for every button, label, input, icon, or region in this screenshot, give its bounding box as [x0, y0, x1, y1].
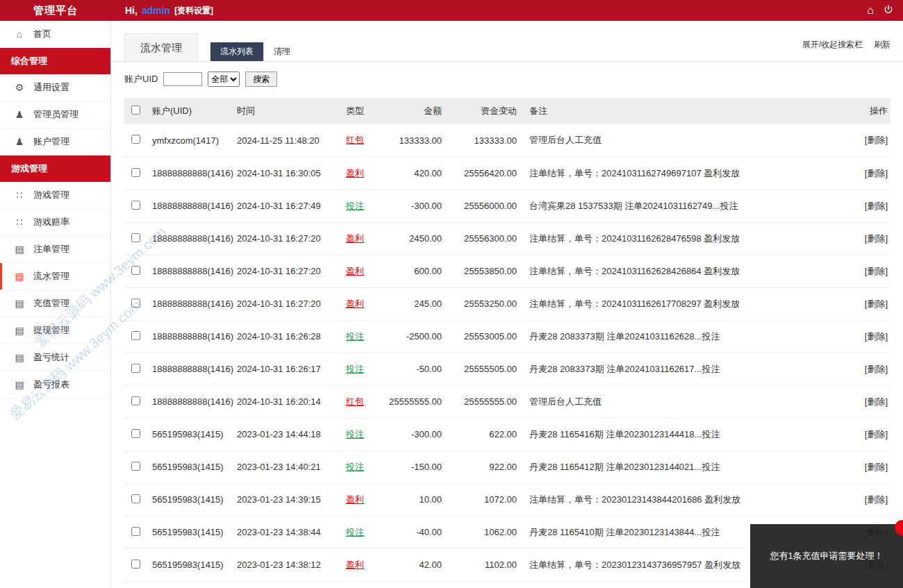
topbar-actions: ⌂ [867, 5, 893, 17]
row-checkbox[interactable] [131, 396, 140, 405]
delete-link[interactable]: [删除] [865, 135, 888, 145]
delete-link[interactable]: [删除] [865, 201, 888, 211]
type-link[interactable]: 盈利 [346, 168, 364, 178]
delete-link[interactable]: [删除] [865, 299, 888, 309]
sidebar-item-3[interactable]: ♟管理员管理 [0, 101, 110, 128]
profile-settings-link[interactable]: [资料设置] [174, 5, 213, 17]
delete-link[interactable]: [删除] [865, 429, 888, 439]
username: admin [142, 5, 170, 16]
type-link[interactable]: 红包 [346, 135, 364, 145]
row-checkbox[interactable] [131, 135, 140, 144]
tab-bar-actions: 展开/收起搜索栏 刷新 [802, 39, 890, 51]
type-link[interactable]: 投注 [346, 201, 364, 211]
delete-link[interactable]: [删除] [865, 364, 888, 374]
cell-account: 565195983(1415) [148, 418, 237, 451]
notification-toast[interactable]: 您有1条充值申请需要处理！ [750, 524, 903, 588]
sidebar-item-label: 注单管理 [33, 243, 69, 255]
sidebar-item-9[interactable]: ▤流水管理 [0, 263, 110, 290]
home-icon: ⌂ [14, 28, 25, 40]
delete-link[interactable]: [删除] [865, 331, 888, 342]
type-link[interactable]: 盈利 [346, 299, 364, 309]
sidebar-item-label: 盈亏报表 [33, 378, 69, 391]
type-link[interactable]: 投注 [346, 364, 364, 374]
sidebar-item-label: 游戏赔率 [33, 216, 69, 228]
delete-link[interactable]: [删除] [865, 494, 888, 505]
type-link[interactable]: 盈利 [346, 494, 364, 505]
cell-balance: 133333.00 [442, 124, 517, 157]
cell-remark: 注单结算，单号：20241031162617708297 盈利发放 [517, 287, 827, 320]
sidebar-item-4[interactable]: ♟账户管理 [0, 128, 110, 156]
row-checkbox[interactable] [131, 364, 140, 373]
type-link[interactable]: 投注 [346, 429, 364, 439]
cell-balance: 25555505.00 [442, 353, 517, 385]
cell-amount: 2450.00 [376, 222, 442, 255]
cell-balance: 25553250.00 [442, 287, 517, 320]
type-link[interactable]: 盈利 [346, 233, 364, 244]
type-link[interactable]: 盈利 [346, 560, 364, 570]
cell-amount: -40.00 [376, 516, 442, 548]
toggle-search-link[interactable]: 展开/收起搜索栏 [802, 39, 863, 51]
type-link[interactable]: 投注 [346, 331, 364, 342]
row-checkbox[interactable] [131, 233, 140, 242]
refresh-link[interactable]: 刷新 [874, 39, 890, 51]
cell-time: 2023-01-23 14:40:21 [237, 451, 334, 483]
tab-flow-list[interactable]: 流水列表 [210, 42, 263, 61]
cell-time: 2024-10-31 16:26:17 [237, 353, 334, 385]
delete-link[interactable]: [删除] [865, 462, 888, 472]
table-row: 18888888888(1416)2024-10-31 16:26:17投注-5… [124, 353, 890, 385]
tab-flow-management[interactable]: 流水管理 [124, 33, 198, 61]
search-bar: 账户UID 全部 搜索 [112, 62, 903, 94]
sidebar-item-2[interactable]: ⚙通用设置 [0, 74, 110, 101]
flow-table-wrap: 账户(UID) 时间 类型 金额 资金变动 备注 操作 ymfxzcom(141… [112, 94, 903, 582]
home-icon[interactable]: ⌂ [867, 5, 874, 16]
select-all-checkbox[interactable] [131, 106, 140, 115]
power-icon[interactable] [884, 5, 893, 17]
sidebar-item-label: 管理员管理 [33, 108, 78, 121]
cell-account: 18888888888(1416) [148, 320, 237, 353]
type-select[interactable]: 全部 [208, 72, 240, 87]
sidebar-item-13[interactable]: ▤盈亏报表 [0, 371, 110, 398]
table-row: 565195983(1415)2023-01-23 14:40:21投注-150… [124, 451, 890, 483]
row-checkbox[interactable] [131, 201, 140, 210]
row-checkbox[interactable] [131, 462, 140, 471]
cell-amount: -150.00 [376, 451, 442, 483]
row-checkbox[interactable] [131, 299, 140, 308]
header-remark: 备注 [517, 98, 827, 124]
cell-account: 18888888888(1416) [148, 385, 237, 418]
row-checkbox[interactable] [131, 429, 140, 438]
cell-remark: 丹麦28 1165416期 注单20230123144418...投注 [517, 418, 827, 451]
uid-input[interactable] [163, 72, 202, 86]
sidebar-item-6[interactable]: ∷游戏管理 [0, 182, 110, 209]
list-icon: ▤ [14, 379, 25, 390]
row-checkbox[interactable] [131, 494, 140, 503]
sidebar-item-7[interactable]: ∷游戏赔率 [0, 209, 110, 236]
delete-link[interactable]: [删除] [865, 233, 888, 244]
sidebar-item-label: 游戏管理 [33, 189, 69, 201]
table-row: 18888888888(1416)2024-10-31 16:20:14红包25… [124, 385, 890, 418]
row-checkbox[interactable] [131, 266, 140, 275]
type-link[interactable]: 投注 [346, 462, 364, 472]
cell-time: 2024-10-31 16:27:20 [237, 255, 334, 287]
type-link[interactable]: 投注 [346, 527, 364, 537]
sidebar-item-11[interactable]: ▤提现管理 [0, 317, 110, 344]
delete-link[interactable]: [删除] [865, 266, 888, 276]
search-button[interactable]: 搜索 [245, 72, 277, 87]
delete-link[interactable]: [删除] [865, 168, 888, 178]
type-link[interactable]: 盈利 [346, 266, 364, 276]
tab-clean[interactable]: 清理 [263, 42, 300, 61]
sidebar-section: 综合管理 [0, 48, 110, 74]
sidebar-item-0[interactable]: ⌂首页 [0, 21, 110, 48]
sidebar: ⌂首页综合管理⚙通用设置♟管理员管理♟账户管理游戏管理∷游戏管理∷游戏赔率▤注单… [0, 21, 111, 588]
delete-link[interactable]: [删除] [865, 396, 888, 407]
row-checkbox[interactable] [131, 527, 140, 536]
type-link[interactable]: 红包 [346, 396, 364, 407]
sidebar-item-12[interactable]: ▤盈亏统计 [0, 344, 110, 371]
sidebar-item-10[interactable]: ▤充值管理 [0, 290, 110, 317]
row-checkbox[interactable] [131, 560, 140, 569]
sidebar-item-8[interactable]: ▤注单管理 [0, 236, 110, 263]
cell-balance: 25555555.00 [442, 385, 517, 418]
row-checkbox[interactable] [131, 331, 140, 340]
cell-balance: 922.00 [442, 451, 517, 483]
row-checkbox[interactable] [131, 168, 140, 177]
cell-time: 2023-01-23 14:44:18 [237, 418, 334, 451]
